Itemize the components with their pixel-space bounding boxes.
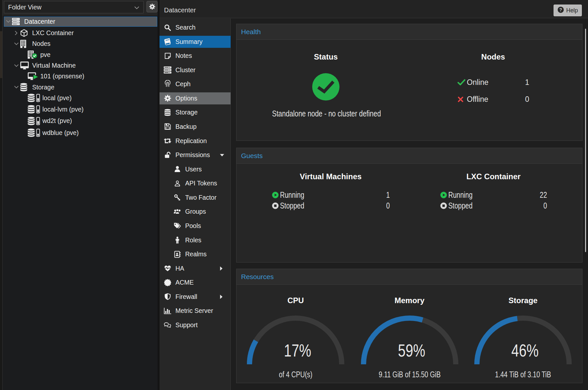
twisty-expanded-icon[interactable] (12, 38, 20, 49)
nav-item-replication[interactable]: Replication (160, 135, 231, 147)
database-usage-icon (28, 127, 40, 139)
tree-item-pve[interactable]: pve (3, 49, 156, 60)
tree-settings-button[interactable] (147, 1, 158, 12)
nav-item-label: Support (175, 321, 198, 329)
tree-item-label: local (pve) (43, 92, 72, 104)
nav-item-label: Roles (185, 236, 201, 244)
resources-panel-title: Resources (241, 273, 274, 281)
twisty-expanded-icon[interactable] (12, 82, 20, 93)
nav-item-label: Firewall (175, 293, 197, 301)
book-icon (164, 38, 172, 46)
nav-item-label: Metric Server (175, 307, 213, 315)
nav-item-support[interactable]: Support (160, 319, 231, 331)
nav-item-metric-server[interactable]: Metric Server (160, 305, 231, 317)
nav-item-firewall[interactable]: Firewall (160, 291, 231, 303)
nav-item-acme[interactable]: ACME (160, 276, 231, 289)
tree-toolbar: Folder View (3, 0, 158, 16)
tree-item-local-lvm-pve[interactable]: local-lvm (pve) (3, 104, 156, 115)
gauge-percent-cpu: 17% (284, 341, 311, 360)
floppy-icon (164, 123, 172, 130)
nav-item-search[interactable]: Search (160, 21, 231, 34)
check-circle-icon (312, 73, 340, 102)
twisty-expanded-icon[interactable] (5, 17, 12, 27)
key-icon (173, 194, 181, 201)
cross-icon (457, 96, 467, 102)
node-status-value: 1 (525, 78, 529, 87)
vm-status-table: Running 1 Stopped 0 (272, 190, 390, 211)
top-toolbar: Datacenter ? Help (160, 0, 588, 18)
desktop-icon (20, 60, 29, 71)
guest-status-label: Running (448, 190, 473, 200)
nodes-heading: Nodes (481, 52, 505, 61)
guest-status-label: Stopped (448, 201, 473, 210)
nav-item-ceph[interactable]: Ceph (160, 78, 231, 90)
nav-item-label: API Tokens (185, 180, 217, 187)
tree-item-wdblue-pve[interactable]: wdblue (pve) (3, 127, 156, 139)
sticky-note-icon (164, 52, 172, 60)
nav-item-ha[interactable]: HA (160, 262, 231, 275)
gauge-heading-memory: Memory (394, 296, 424, 305)
nav-item-api-tokens[interactable]: API Tokens (160, 177, 231, 189)
nav-item-realms[interactable]: Realms (160, 248, 231, 260)
desktop-play-icon (28, 71, 39, 82)
twisty-collapsed-icon[interactable] (12, 28, 20, 38)
tag-icon (173, 222, 181, 229)
nav-item-two-factor[interactable]: Two Factor (160, 192, 231, 204)
health-panel: Health Status Nodes Standalone node - no… (236, 24, 582, 141)
database-usage-icon (28, 104, 40, 115)
guests-panel-body: Virtual Machines LXC Container Running 1… (236, 164, 582, 262)
nav-item-notes[interactable]: Notes (160, 50, 231, 62)
chevron-down-icon (134, 4, 139, 11)
nav-item-roles[interactable]: Roles (160, 234, 231, 246)
nav-item-groups[interactable]: Groups (160, 206, 231, 218)
resources-panel-header: Resources (236, 269, 582, 285)
nav-item-users[interactable]: Users (160, 163, 231, 175)
proxmox-datacenter-screen: Folder View Datacenter LXC ContainerNode… (0, 0, 588, 390)
svg-text:?: ? (559, 7, 562, 12)
nav-item-label: Groups (185, 208, 206, 215)
node-status-label: Offline (467, 95, 488, 104)
view-mode-select[interactable]: Folder View (4, 1, 144, 13)
resources-panel-body: CPU 17%of 4 CPU(s)Memory 59%9.11 GiB of … (236, 285, 582, 383)
gauge-percent-storage: 46% (511, 341, 539, 360)
nav-item-label: Options (175, 95, 197, 102)
content-scrollbar[interactable] (585, 29, 586, 252)
ct-stopped-row: Stopped 0 (440, 200, 547, 211)
tree-item-label: wd2t (pve) (43, 115, 72, 127)
male-icon (173, 236, 181, 244)
nav-item-options[interactable]: Options (160, 92, 231, 104)
database-usage-icon (28, 92, 40, 104)
tree-item-label: Storage (32, 82, 54, 93)
page-title: Datacenter (164, 2, 196, 18)
view-mode-value: Folder View (8, 4, 134, 11)
guest-status-value: 22 (538, 190, 547, 200)
nav-item-label: Ceph (175, 80, 191, 88)
tree-item-101-opnsense[interactable]: 101 (opnsense) (3, 71, 156, 82)
heartbeat-icon (164, 265, 172, 272)
nav-item-storage[interactable]: Storage (160, 106, 231, 118)
users-icon (173, 208, 181, 215)
tree-item-nodes[interactable]: Nodes (3, 38, 156, 49)
help-button[interactable]: ? Help (554, 5, 582, 16)
nav-item-label: Notes (175, 52, 192, 60)
nav-item-pools[interactable]: Pools (160, 220, 231, 232)
address-book-icon (173, 251, 181, 258)
database-icon (20, 82, 27, 93)
nav-item-cluster[interactable]: Cluster (160, 64, 231, 76)
tree-item-datacenter[interactable]: Datacenter (4, 17, 157, 27)
nav-item-backup[interactable]: Backup (160, 121, 231, 133)
vm-stopped-row: Stopped 0 (272, 200, 390, 211)
nav-item-summary[interactable]: Summary (160, 36, 231, 48)
tree-item-lxc-container[interactable]: LXC Container (3, 28, 156, 38)
nav-item-label: Search (175, 24, 196, 31)
tree-item-storage[interactable]: Storage (3, 82, 156, 93)
twisty-expanded-icon[interactable] (12, 60, 20, 71)
tree-item-label: Datacenter (24, 17, 55, 27)
tree-item-label: pve (40, 49, 50, 60)
tree-item-local-pve[interactable]: local (pve) (3, 92, 156, 104)
tree-item-virtual-machine[interactable]: Virtual Machine (3, 60, 156, 71)
tree-item-wd2t-pve[interactable]: wd2t (pve) (3, 115, 156, 127)
guests-panel: Guests Virtual Machines LXC Container Ru… (236, 148, 582, 262)
nav-item-permissions[interactable]: Permissions (160, 149, 231, 161)
node-status-label: Online (467, 78, 488, 87)
